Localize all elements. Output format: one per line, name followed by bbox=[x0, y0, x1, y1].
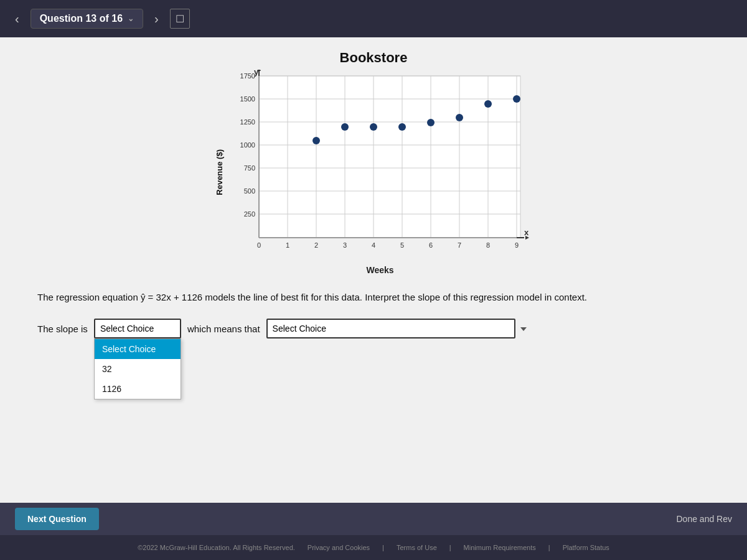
meaning-dropdown-wrapper: Select Choice bbox=[266, 319, 527, 338]
x-axis-label: Weeks bbox=[228, 265, 533, 275]
data-point bbox=[398, 123, 406, 131]
footer-separator-2: | bbox=[449, 544, 451, 551]
chart-with-axes: y x 1750 1500 1250 1000 750 500 250 bbox=[228, 70, 533, 275]
svg-text:1500: 1500 bbox=[240, 95, 255, 103]
svg-text:5: 5 bbox=[400, 241, 403, 249]
prev-question-button[interactable]: ‹ bbox=[10, 9, 24, 29]
svg-rect-0 bbox=[259, 76, 520, 238]
svg-text:1000: 1000 bbox=[240, 141, 255, 149]
chart-area: Revenue ($) bbox=[215, 70, 533, 275]
which-means-label: which means that bbox=[187, 324, 260, 334]
svg-text:6: 6 bbox=[428, 241, 432, 249]
slope-label: The slope is bbox=[37, 324, 88, 334]
footer-bar: ©2022 McGraw-Hill Education. All Rights … bbox=[0, 535, 747, 560]
main-content-area: Bookstore Revenue ($) bbox=[0, 37, 747, 535]
svg-text:x: x bbox=[524, 228, 529, 237]
question-counter-text: Question 13 of 16 bbox=[40, 13, 123, 24]
next-question-button[interactable]: › bbox=[149, 9, 164, 29]
svg-text:750: 750 bbox=[243, 164, 255, 172]
footer-platform-link[interactable]: Platform Status bbox=[563, 544, 609, 551]
question-text: The regression equation ŷ = 32x + 1126 m… bbox=[37, 290, 598, 305]
chart-container: Bookstore Revenue ($) bbox=[37, 50, 710, 275]
slope-dropdown-item-default[interactable]: Select Choice bbox=[95, 339, 181, 359]
svg-text:1750: 1750 bbox=[240, 72, 255, 80]
footer-separator-1: | bbox=[382, 544, 384, 551]
data-point bbox=[513, 95, 520, 103]
top-navigation-bar: ‹ Question 13 of 16 ⌄ › ☐ bbox=[0, 0, 747, 37]
svg-text:1: 1 bbox=[285, 241, 289, 249]
y-axis-label: Revenue ($) bbox=[215, 149, 224, 195]
bookmark-icon: ☐ bbox=[176, 13, 184, 25]
meaning-chevron-icon bbox=[520, 327, 527, 331]
next-question-button[interactable]: Next Question bbox=[15, 508, 99, 530]
slope-select[interactable]: Select Choice 32 1126 bbox=[94, 319, 181, 338]
dropdown-chevron-icon: ⌄ bbox=[128, 14, 134, 23]
footer-privacy-link[interactable]: Privacy and Cookies bbox=[308, 544, 370, 551]
slope-dropdown-open: Select Choice 32 1126 bbox=[94, 338, 181, 399]
done-review-button[interactable]: Done and Rev bbox=[676, 514, 732, 524]
slope-dropdown-wrapper: Select Choice 32 1126 Select Choice 32 1… bbox=[94, 319, 181, 338]
svg-text:7: 7 bbox=[457, 241, 461, 249]
footer-terms-link[interactable]: Terms of Use bbox=[397, 544, 437, 551]
svg-text:8: 8 bbox=[486, 241, 489, 249]
action-bar: Next Question Done and Rev bbox=[0, 503, 747, 535]
bookmark-button[interactable]: ☐ bbox=[170, 9, 190, 29]
data-point bbox=[312, 137, 320, 144]
svg-text:500: 500 bbox=[243, 187, 255, 195]
svg-text:250: 250 bbox=[243, 210, 255, 218]
question-counter: Question 13 of 16 ⌄ bbox=[31, 9, 143, 29]
slope-dropdown-item-32[interactable]: 32 bbox=[95, 359, 181, 379]
meaning-select[interactable]: Select Choice bbox=[266, 319, 515, 338]
answer-row: The slope is Select Choice 32 1126 Selec… bbox=[37, 319, 710, 338]
data-point bbox=[427, 119, 435, 126]
slope-dropdown-item-1126[interactable]: 1126 bbox=[95, 379, 181, 399]
svg-text:2: 2 bbox=[314, 241, 317, 249]
svg-text:9: 9 bbox=[514, 241, 518, 249]
svg-text:3: 3 bbox=[342, 241, 346, 249]
svg-text:0: 0 bbox=[256, 241, 260, 249]
data-point bbox=[370, 123, 377, 131]
svg-text:4: 4 bbox=[371, 241, 375, 249]
data-point bbox=[456, 114, 463, 121]
footer-copyright: ©2022 McGraw-Hill Education. All Rights … bbox=[138, 544, 295, 551]
svg-text:1250: 1250 bbox=[240, 118, 255, 126]
footer-minreq-link[interactable]: Minimum Requirements bbox=[464, 544, 536, 551]
chart-title: Bookstore bbox=[340, 50, 408, 66]
data-point bbox=[484, 100, 492, 108]
chart-svg: y x 1750 1500 1250 1000 750 500 250 bbox=[228, 70, 533, 263]
data-point bbox=[341, 123, 349, 131]
question-body: The regression equation ŷ = 32x + 1126 m… bbox=[37, 292, 587, 302]
footer-separator-3: | bbox=[548, 544, 550, 551]
